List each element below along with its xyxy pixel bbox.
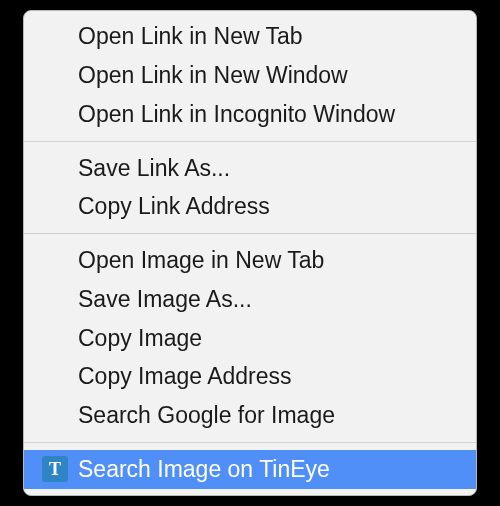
menu-item-label: Copy Image Address	[78, 363, 292, 389]
menu-item-label: Search Image on TinEye	[78, 456, 330, 482]
menu-item-open-image-new-tab[interactable]: Open Image in New Tab	[24, 241, 476, 280]
menu-item-label: Search Google for Image	[78, 402, 335, 428]
menu-item-label: Save Image As...	[78, 286, 252, 312]
menu-item-open-link-new-tab[interactable]: Open Link in New Tab	[24, 17, 476, 56]
menu-item-label: Open Image in New Tab	[78, 247, 324, 273]
menu-item-copy-link-address[interactable]: Copy Link Address	[24, 187, 476, 226]
menu-separator	[24, 442, 476, 443]
menu-item-label: Copy Link Address	[78, 193, 270, 219]
menu-item-search-tineye[interactable]: T Search Image on TinEye	[24, 450, 476, 489]
menu-separator	[24, 233, 476, 234]
menu-item-open-link-incognito[interactable]: Open Link in Incognito Window	[24, 95, 476, 134]
menu-item-open-link-new-window[interactable]: Open Link in New Window	[24, 56, 476, 95]
menu-item-copy-image-address[interactable]: Copy Image Address	[24, 357, 476, 396]
context-menu: Open Link in New Tab Open Link in New Wi…	[23, 10, 477, 495]
menu-item-save-link-as[interactable]: Save Link As...	[24, 149, 476, 188]
tineye-icon: T	[42, 456, 68, 482]
menu-item-label: Open Link in New Tab	[78, 23, 303, 49]
menu-separator	[24, 141, 476, 142]
menu-item-save-image-as[interactable]: Save Image As...	[24, 280, 476, 319]
menu-item-search-google-image[interactable]: Search Google for Image	[24, 396, 476, 435]
tineye-icon-glyph: T	[42, 456, 68, 482]
menu-item-label: Open Link in Incognito Window	[78, 101, 395, 127]
menu-item-label: Copy Image	[78, 325, 202, 351]
menu-item-label: Save Link As...	[78, 155, 230, 181]
menu-item-label: Open Link in New Window	[78, 62, 348, 88]
menu-item-copy-image[interactable]: Copy Image	[24, 319, 476, 358]
